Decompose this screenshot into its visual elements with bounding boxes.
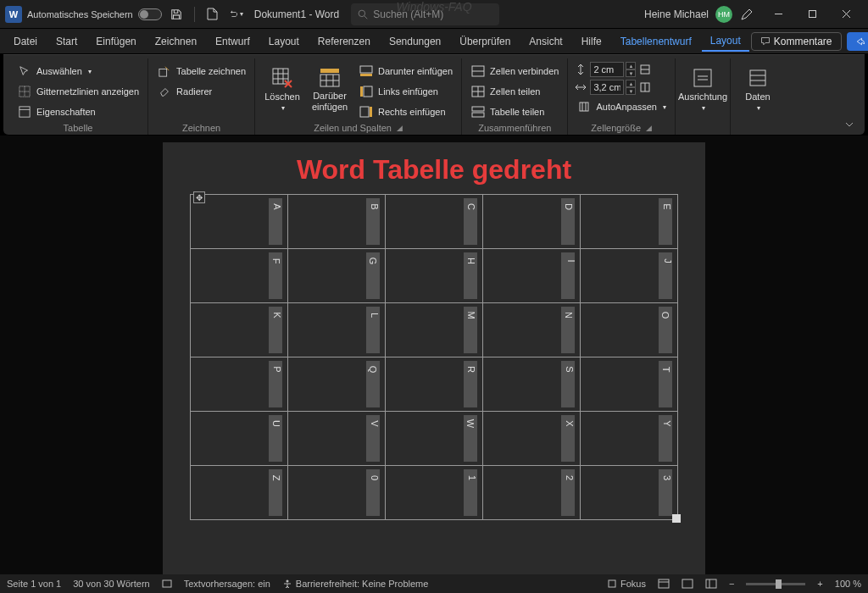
insert-right-button[interactable]: Rechts einfügen [355, 103, 456, 121]
table-cell[interactable]: D [483, 195, 581, 249]
data-button[interactable]: Daten▾ [736, 62, 780, 116]
undo-dropdown-icon[interactable]: ⮌▾ [227, 5, 246, 24]
dialog-launcher-icon[interactable]: ◢ [646, 124, 652, 132]
eraser-button[interactable]: Radierer [153, 82, 249, 101]
document-area[interactable]: Word Tabelle gedreht ✥ ABCDEFGHIJKLMNOPQ… [0, 136, 868, 574]
status-word-count[interactable]: 30 von 30 Wörtern [73, 579, 150, 589]
zoom-level[interactable]: 100 % [835, 579, 861, 589]
table-cell[interactable]: 2 [483, 466, 581, 520]
col-width-control[interactable]: ▲▼ [573, 80, 670, 95]
spin-up[interactable]: ▲ [626, 80, 636, 87]
table-cell[interactable]: K [191, 303, 288, 357]
share-button[interactable]: Teilen [847, 32, 869, 51]
ribbon-collapse-button[interactable] [839, 114, 860, 135]
split-cells-button[interactable]: Zellen teilen [467, 82, 562, 101]
distribute-rows-icon[interactable] [637, 62, 653, 77]
tab-ansicht[interactable]: Ansicht [520, 32, 570, 51]
pen-icon[interactable] [737, 5, 756, 24]
tab-table-layout[interactable]: Layout [702, 31, 749, 52]
close-button[interactable] [829, 3, 863, 26]
table-cell[interactable]: 0 [288, 466, 386, 520]
tab-referenzen[interactable]: Referenzen [309, 32, 379, 51]
user-account[interactable]: Heine Michael HM [644, 6, 732, 23]
page[interactable]: Word Tabelle gedreht ✥ ABCDEFGHIJKLMNOPQ… [163, 142, 705, 574]
autosave-control[interactable]: Automatisches Speichern [27, 8, 162, 20]
status-predictions[interactable]: Textvorhersagen: ein [184, 579, 270, 589]
table-cell[interactable]: B [288, 195, 386, 249]
table-cell[interactable]: 1 [386, 466, 483, 520]
tab-entwurf[interactable]: Entwurf [207, 32, 259, 51]
tab-einfuegen[interactable]: Einfügen [87, 32, 144, 51]
maximize-button[interactable] [795, 3, 829, 26]
alignment-button[interactable]: Ausrichtung▾ [681, 62, 725, 116]
table-cell[interactable]: I [483, 249, 581, 303]
status-focus[interactable]: Fokus [607, 579, 646, 589]
search-input[interactable]: Suchen (Alt+M) [351, 3, 499, 25]
table-cell[interactable]: C [386, 195, 483, 249]
table-cell[interactable]: X [483, 412, 581, 466]
spin-down[interactable]: ▼ [626, 69, 636, 77]
table-cell[interactable]: O [581, 303, 678, 357]
spin-up[interactable]: ▲ [626, 62, 636, 69]
table-cell[interactable]: H [386, 249, 483, 303]
comments-button[interactable]: Kommentare [751, 32, 842, 51]
minimize-button[interactable] [761, 3, 795, 26]
tab-datei[interactable]: Datei [5, 32, 46, 51]
table-cell[interactable]: P [191, 357, 288, 412]
status-accessibility[interactable]: Barrierefreiheit: Keine Probleme [282, 579, 429, 589]
table-cell[interactable]: J [581, 249, 678, 303]
table-cell[interactable]: 3 [581, 466, 678, 520]
width-input[interactable] [590, 80, 624, 95]
table-cell[interactable]: Z [191, 466, 288, 520]
table-cell[interactable]: A [191, 195, 288, 249]
table-cell[interactable]: G [288, 249, 386, 303]
tab-zeichnen[interactable]: Zeichnen [147, 32, 205, 51]
table-cell[interactable]: V [288, 412, 386, 466]
zoom-out-button[interactable]: − [729, 579, 734, 589]
table-resize-handle[interactable] [672, 514, 681, 523]
table-cell[interactable]: Y [581, 412, 678, 466]
spin-down[interactable]: ▼ [626, 87, 636, 95]
insert-below-button[interactable]: Darunter einfügen [355, 62, 456, 80]
table-cell[interactable]: M [386, 303, 483, 357]
gridlines-button[interactable]: Gitternetzlinien anzeigen [14, 82, 142, 101]
insert-left-button[interactable]: Links einfügen [355, 82, 456, 101]
table-cell[interactable]: E [581, 195, 678, 249]
document-table[interactable]: ABCDEFGHIJKLMNOPQRSTUVWXYZ0123 [190, 194, 678, 520]
tab-ueberpruefen[interactable]: Überprüfen [451, 32, 519, 51]
table-cell[interactable]: N [483, 303, 581, 357]
tab-layout[interactable]: Layout [260, 32, 308, 51]
tab-tabellenentwurf[interactable]: Tabellenentwurf [612, 32, 700, 51]
table-cell[interactable]: R [386, 357, 483, 412]
status-page[interactable]: Seite 1 von 1 [7, 579, 61, 589]
status-language-icon[interactable] [162, 579, 172, 589]
save-icon[interactable] [167, 5, 186, 24]
zoom-in-button[interactable]: + [817, 579, 822, 589]
table-cell[interactable]: T [581, 357, 678, 412]
autofit-button[interactable]: AutoAnpassen▾ [573, 97, 670, 116]
split-table-button[interactable]: Tabelle teilen [467, 103, 562, 121]
table-cell[interactable]: F [191, 249, 288, 303]
height-input[interactable] [590, 62, 624, 77]
tab-sendungen[interactable]: Sendungen [381, 32, 449, 51]
tab-start[interactable]: Start [47, 32, 86, 51]
view-print-icon[interactable] [658, 579, 670, 589]
distribute-cols-icon[interactable] [637, 80, 653, 95]
delete-button[interactable]: Löschen▾ [260, 62, 304, 116]
table-cell[interactable]: W [386, 412, 483, 466]
view-read-icon[interactable] [682, 579, 693, 589]
zoom-slider[interactable] [746, 583, 805, 585]
tab-hilfe[interactable]: Hilfe [573, 32, 610, 51]
merge-cells-button[interactable]: Zellen verbinden [467, 62, 562, 80]
table-cell[interactable]: Q [288, 357, 386, 412]
table-cell[interactable]: U [191, 412, 288, 466]
draw-table-button[interactable]: Tabelle zeichnen [153, 62, 249, 80]
new-doc-icon[interactable] [203, 5, 222, 24]
dialog-launcher-icon[interactable]: ◢ [397, 124, 403, 132]
table-cell[interactable]: S [483, 357, 581, 412]
view-web-icon[interactable] [705, 579, 717, 589]
insert-above-button[interactable]: Darüber einfügen [308, 62, 352, 116]
table-cell[interactable]: L [288, 303, 386, 357]
select-button[interactable]: Auswählen▾ [14, 62, 142, 80]
row-height-control[interactable]: ▲▼ [573, 62, 670, 77]
